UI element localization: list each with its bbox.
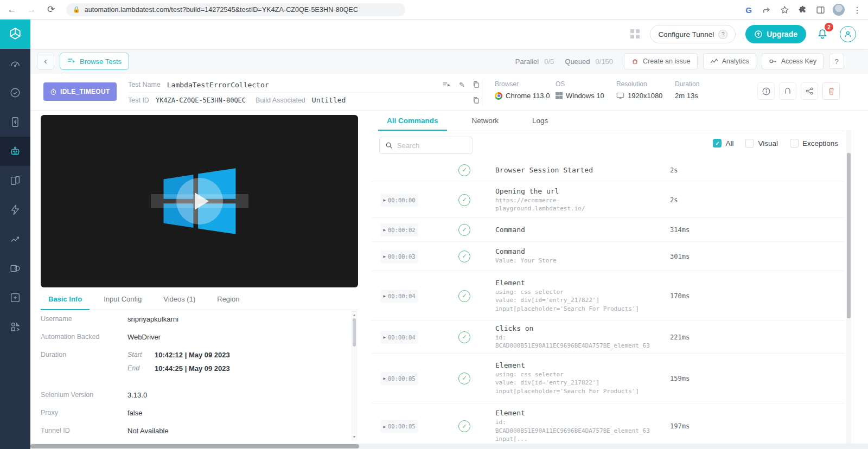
sidebar-item-more-products[interactable] <box>0 312 30 342</box>
share-test-button[interactable] <box>801 82 818 100</box>
analytics-button[interactable]: Analytics <box>703 53 756 69</box>
test-info-button[interactable] <box>757 82 775 100</box>
upgrade-button[interactable]: Upgrade <box>745 25 806 43</box>
configure-tunnel-label: Configure Tunnel <box>658 30 714 39</box>
command-detail: https://ecommerce- playground.lambdatest… <box>495 196 665 213</box>
command-time: 00:00:03 <box>388 253 416 260</box>
url-bar[interactable]: 🔒 automation.lambdatest.com/test?build=1… <box>66 3 405 16</box>
browser-menu-icon[interactable]: ⋮ <box>852 4 863 15</box>
create-issue-button[interactable]: Create an issue <box>624 53 698 69</box>
command-row[interactable]: ▶00:00:04 ✓ Clicks onid: BCAD000B51E90A1… <box>372 321 845 354</box>
tab-all-commands[interactable]: All Commands <box>378 112 447 131</box>
command-row[interactable]: ▶00:00:05 ✓ Elementid: BCAD000B51E90A11E… <box>372 403 845 442</box>
tab-network[interactable]: Network <box>463 112 508 131</box>
command-search[interactable] <box>379 137 473 154</box>
checkbox-all[interactable] <box>713 139 722 147</box>
checkbox-exceptions[interactable] <box>790 139 799 147</box>
lambdatest-logo[interactable] <box>0 20 30 49</box>
help-button[interactable]: ? <box>829 54 844 69</box>
tab-basic-info[interactable]: Basic Info <box>41 290 90 310</box>
tab-videos[interactable]: Videos (1) <box>156 290 203 310</box>
access-key-button[interactable]: Access Key <box>762 53 824 69</box>
command-detail: id: BCAD000B51E90A11EC9696BE4DA757BE_ele… <box>495 333 665 350</box>
command-duration: 221ms <box>670 333 690 341</box>
commands-scroll-thumb[interactable] <box>847 153 851 318</box>
command-time: 00:00:02 <box>388 227 416 233</box>
edit-test-name-icon[interactable]: ✎ <box>459 81 465 89</box>
parallel-value: 0/5 <box>544 57 554 66</box>
configure-tunnel-button[interactable]: Configure Tunnel ? <box>650 25 736 43</box>
apps-grid-icon[interactable] <box>630 29 640 39</box>
success-check-icon: ✓ <box>458 164 470 176</box>
notifications-button[interactable]: 2 <box>816 27 830 42</box>
idle-timeout-button[interactable] <box>779 82 796 100</box>
info-row-tunnel: Tunnel ID Not Available <box>41 422 358 440</box>
command-title: Opening the url <box>495 187 665 195</box>
horizontal-scrollbar[interactable] <box>30 444 868 449</box>
command-row[interactable]: ▶00:00:04 ✓ Elementusing: css selector v… <box>372 271 845 321</box>
tab-input-config[interactable]: Input Config <box>96 290 149 310</box>
back-to-tests-button[interactable]: ‹ <box>37 53 54 70</box>
success-check-icon: ✓ <box>458 224 470 236</box>
sidebar-item-analytics[interactable] <box>0 224 30 254</box>
command-row[interactable]: ▶ ✓ Browser Session Started 2s <box>372 158 845 182</box>
sidebar-item-automation[interactable] <box>0 137 30 166</box>
command-row[interactable]: ▶00:00:05 ✓ Elementusing: css selector v… <box>372 354 845 403</box>
video-player[interactable] <box>41 115 358 287</box>
tunnel-help-icon[interactable]: ? <box>718 30 727 39</box>
checkbox-visual[interactable] <box>745 139 754 147</box>
info-scrollbar[interactable]: ▲ ▼ <box>352 311 357 440</box>
share-icon <box>805 87 814 95</box>
sidebar-item-app-testing[interactable] <box>0 107 30 137</box>
sidebar-item-app-automation[interactable] <box>0 166 30 195</box>
os-info: OS Windows 10 <box>556 80 604 100</box>
command-duration: 2s <box>670 166 678 174</box>
command-detail: id: BCAD000B51E90A11EC9696BE4DA757BE_ele… <box>495 418 665 442</box>
status-icon <box>50 88 57 95</box>
access-key-label: Access Key <box>781 57 816 65</box>
filter-exceptions[interactable]: Exceptions <box>790 139 838 147</box>
sidebar-item-dashboard[interactable] <box>0 49 30 78</box>
delete-test-button[interactable] <box>822 82 840 100</box>
test-name-value: LambdaTestErrorCollector <box>167 81 269 89</box>
filter-visual[interactable]: Visual <box>745 139 778 147</box>
sidebar-item-lt-browser[interactable] <box>0 254 30 283</box>
copy-test-name-icon[interactable] <box>473 81 480 88</box>
google-icon[interactable]: G <box>743 4 754 15</box>
horizontal-scroll-thumb[interactable] <box>30 444 359 448</box>
command-row[interactable]: ▶00:00:00 ✓ Opening the urlhttps://ecomm… <box>372 182 845 218</box>
bug-icon <box>631 57 639 66</box>
command-duration: 197ms <box>670 422 690 430</box>
command-row[interactable]: ▶00:00:02 ✓ Command 314ms <box>372 218 845 242</box>
info-scroll-thumb[interactable] <box>353 318 356 347</box>
extensions-icon[interactable] <box>797 4 808 15</box>
user-avatar[interactable] <box>840 26 856 42</box>
copy-test-id-icon[interactable] <box>473 97 480 104</box>
bookmark-star-icon[interactable] <box>779 4 790 15</box>
tab-logs[interactable]: Logs <box>524 112 557 131</box>
forward-icon[interactable]: → <box>24 2 39 17</box>
expand-icon: ▶ <box>383 294 386 298</box>
commands-scrollbar[interactable] <box>846 130 851 444</box>
search-input[interactable] <box>397 142 462 150</box>
filter-all[interactable]: All <box>713 139 733 147</box>
browse-tests-button[interactable]: Browse Tests <box>60 53 129 70</box>
tab-region[interactable]: Region <box>209 290 247 310</box>
refresh-icon[interactable]: ⟳ <box>43 2 59 17</box>
sidebar-item-realtime[interactable] <box>0 78 30 107</box>
sidebar-item-new-tab[interactable] <box>0 283 30 312</box>
browser-profile-avatar[interactable] <box>833 4 845 16</box>
sidebar-item-hyperexecute[interactable] <box>0 195 30 224</box>
play-button[interactable] <box>176 178 223 224</box>
backend-value: WebDriver <box>127 333 161 341</box>
command-row[interactable]: ▶00:00:03 ✓ CommandValue: Your Store 301… <box>372 242 845 271</box>
side-panel-icon[interactable] <box>815 4 826 15</box>
duration-label: Duration <box>675 80 699 88</box>
browse-tests-label: Browse Tests <box>80 57 122 66</box>
scroll-down-icon[interactable]: ▼ <box>352 435 356 439</box>
share-page-icon[interactable] <box>761 4 772 15</box>
scroll-up-icon[interactable]: ▲ <box>352 313 356 317</box>
queued-label: Queued <box>565 57 590 66</box>
test-list-icon[interactable] <box>442 81 451 88</box>
back-icon[interactable]: ← <box>4 2 20 17</box>
